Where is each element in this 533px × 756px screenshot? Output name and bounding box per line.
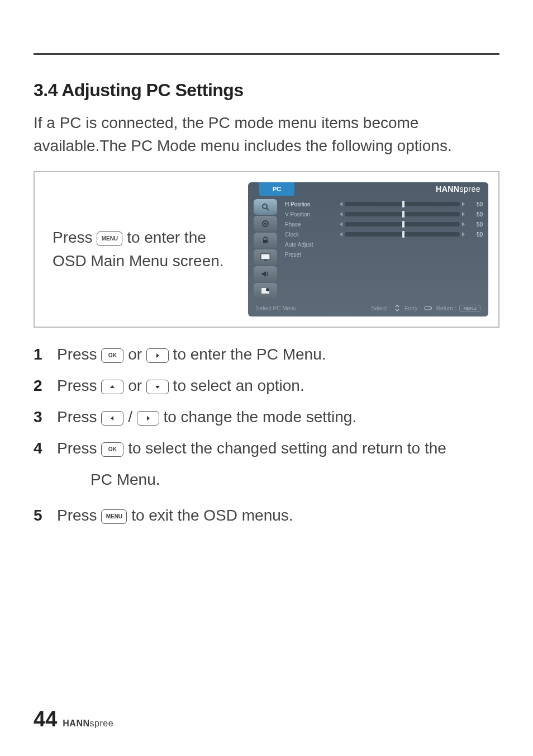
osd-footer: Select PC Menu Select : Entry : Return :…: [248, 302, 488, 316]
svg-rect-5: [261, 254, 270, 259]
step-3: Press / to change the mode setting.: [34, 401, 499, 433]
svg-point-0: [263, 204, 267, 209]
ok-button-ref: OK: [101, 348, 123, 363]
step3-c: to change the mode setting.: [163, 408, 356, 426]
step2-b: or: [128, 377, 146, 394]
sidebar-monitor-icon: [254, 249, 277, 265]
instruction-panel: Press MENU to enter the OSD Main Menu sc…: [34, 171, 499, 328]
slider-track: [345, 232, 460, 237]
slider-right-icon: [462, 232, 465, 237]
osd-value-vposition: 50: [469, 211, 483, 218]
osd-brand-bold: HANN: [436, 185, 459, 193]
svg-rect-6: [264, 259, 267, 261]
up-down-icon: [393, 304, 401, 312]
osd-row-phase: Phase 50: [285, 219, 483, 229]
page-number: 44: [34, 707, 57, 731]
footer-brand-rest: spree: [90, 719, 114, 728]
osd-row-preset: Preset: [285, 249, 483, 259]
step3-b: /: [128, 408, 137, 426]
left-arrow-button-ref: [101, 411, 123, 426]
sidebar-settings-icon: [254, 283, 277, 299]
panel-press: Press: [53, 229, 97, 246]
osd-value-phase: 50: [469, 221, 483, 228]
step5-b: to exit the OSD menus.: [131, 507, 293, 524]
step-4: Press OK to select the changed setting a…: [34, 433, 499, 464]
osd-label-auto: Auto Adjust: [285, 242, 335, 248]
menu-button-ref: MENU: [101, 509, 127, 524]
osd-header: PC HANNspree: [248, 182, 488, 196]
step2-a: Press: [57, 377, 101, 394]
osd-row-clock: Clock 50: [285, 229, 483, 239]
osd-label-vposition: V Position: [285, 211, 335, 218]
footer-brand: HANNspree: [63, 719, 113, 729]
sidebar-picture-icon: [254, 199, 277, 215]
slider-left-icon: [340, 222, 342, 226]
step1-a: Press: [57, 346, 101, 363]
steps-list: Press OK or to enter the PC Menu. Press …: [34, 339, 499, 464]
osd-row-hposition: H Position 50: [285, 199, 483, 209]
osd-row-vposition: V Position 50: [285, 209, 483, 219]
osd-brand-rest: spree: [459, 185, 480, 193]
slider-right-icon: [462, 212, 465, 216]
osd-footer-entry-label: Entry :: [404, 305, 421, 311]
panel-text: Press MENU to enter the OSD Main Menu sc…: [53, 226, 231, 273]
sidebar-target-icon: [254, 216, 277, 231]
step5-a: Press: [57, 507, 101, 524]
slider-track: [345, 212, 460, 216]
page-footer: 44 HANNspree: [34, 707, 113, 731]
osd-label-hposition: H Position: [285, 201, 335, 207]
slider-track: [345, 222, 460, 226]
osd-options: H Position 50 V Position 50 Phase 50: [283, 196, 488, 302]
enter-icon: [424, 305, 433, 311]
step1-b: or: [128, 346, 146, 363]
section-intro: If a PC is connected, the PC mode menu i…: [34, 112, 499, 157]
osd-footer-left: Select PC Menu: [256, 305, 296, 311]
step4-cont: PC Menu.: [91, 464, 499, 495]
sidebar-audio-icon: [254, 266, 277, 282]
step4-a: Press: [57, 440, 101, 457]
ok-button-ref: OK: [101, 442, 123, 457]
osd-label-phase: Phase: [285, 221, 335, 228]
slider-right-icon: [462, 202, 465, 206]
step-2: Press or to select an option.: [34, 370, 499, 401]
osd-row-auto: Auto Adjust: [285, 239, 483, 249]
step4-b: to select the changed setting and return…: [128, 440, 446, 457]
osd-footer-menu-btn: MENU: [459, 305, 480, 312]
osd-sidebar: [248, 196, 283, 302]
right-arrow-button-ref: [137, 411, 159, 426]
menu-button-ref: MENU: [97, 231, 122, 246]
slider-left-icon: [340, 232, 342, 237]
osd-brand: HANNspree: [436, 185, 480, 193]
svg-line-1: [266, 208, 269, 210]
step-5: Press MENU to exit the OSD menus.: [34, 500, 499, 531]
svg-point-3: [264, 223, 266, 225]
sidebar-lock-icon: [254, 233, 277, 248]
step-1: Press OK or to enter the PC Menu.: [34, 339, 499, 370]
slider-left-icon: [340, 212, 342, 216]
footer-brand-bold: HANN: [63, 719, 89, 728]
osd-footer-select-label: Select :: [372, 305, 390, 311]
osd-screenshot: PC HANNspree: [248, 182, 488, 316]
up-arrow-button-ref: [101, 380, 123, 394]
osd-footer-return-label: Return :: [436, 305, 456, 311]
step1-c: to enter the PC Menu.: [173, 346, 326, 363]
slider-right-icon: [462, 222, 465, 226]
osd-value-hposition: 50: [469, 201, 483, 207]
osd-label-preset: Preset: [285, 252, 335, 258]
osd-value-clock: 50: [469, 231, 483, 238]
slider-left-icon: [340, 202, 342, 206]
svg-point-8: [266, 288, 269, 291]
step2-c: to select an option.: [173, 377, 304, 394]
down-arrow-button-ref: [146, 380, 169, 394]
top-rule: [34, 53, 499, 55]
svg-rect-4: [263, 240, 268, 243]
step3-a: Press: [57, 408, 101, 426]
right-arrow-button-ref: [146, 348, 169, 363]
osd-label-clock: Clock: [285, 231, 335, 238]
slider-track: [345, 202, 460, 206]
osd-tab-pc: PC: [259, 182, 294, 196]
section-title: 3.4 Adjusting PC Settings: [34, 80, 499, 101]
